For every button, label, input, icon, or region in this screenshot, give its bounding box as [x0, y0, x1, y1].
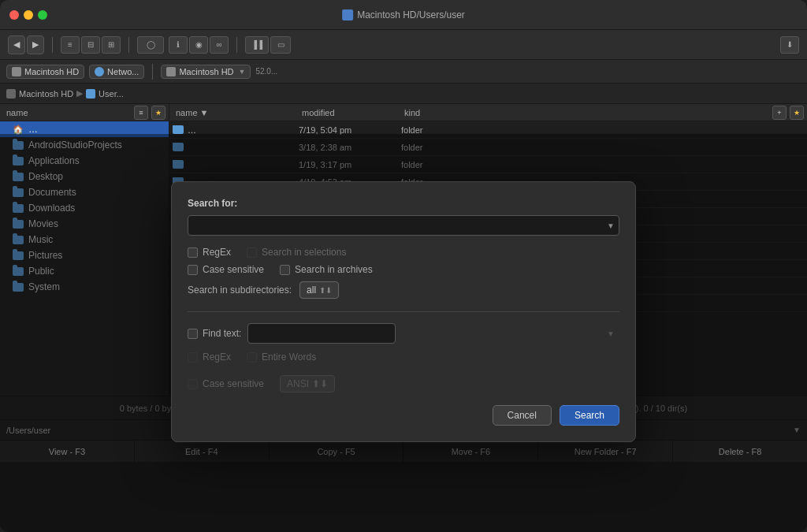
sidebar-column-name: name	[3, 108, 32, 117]
window-title: Macintosh HD/Users/user	[342, 9, 465, 20]
loc-separator	[152, 64, 153, 80]
toggle-button-1[interactable]: ◯	[137, 36, 164, 54]
entire-words-cb	[247, 352, 257, 363]
toggle-buttons: ◯	[137, 36, 164, 54]
toolbar-separator-3	[236, 37, 237, 53]
dialog-buttons: Cancel Search	[188, 405, 619, 426]
regex-cb[interactable]	[188, 247, 198, 258]
file-star-button[interactable]: ★	[790, 106, 804, 120]
panel-buttons: ▐▐ ▭	[245, 36, 291, 54]
main-content: name ≡ ★ 🏠 … AndroidStudioProjects Appli…	[0, 104, 807, 396]
breadcrumb-item-2[interactable]: User...	[86, 89, 124, 99]
breadcrumb-icon-2	[86, 89, 95, 99]
search-input[interactable]	[188, 215, 619, 236]
drive-selector-1[interactable]: Macintosh HD	[6, 65, 84, 79]
cancel-button[interactable]: Cancel	[493, 405, 552, 426]
network-icon	[95, 67, 104, 76]
traffic-lights	[9, 10, 47, 20]
case-sensitive2-checkbox: Case sensitive	[188, 375, 264, 392]
minimize-button[interactable]	[24, 10, 33, 20]
breadcrumb-item-1[interactable]: Macintosh HD	[6, 89, 73, 99]
find-text-row: Find text: ▼	[188, 323, 619, 344]
file-modified-cell: 7/19, 5:04 pm	[299, 125, 401, 135]
dialog-overlay: Search for: ▼ RegEx Search in selections	[0, 134, 807, 532]
breadcrumb-separator: ▶	[76, 88, 83, 99]
breadcrumb-icon-1	[6, 89, 16, 99]
sidebar-star[interactable]: ★	[151, 106, 165, 120]
drive-icon-1	[12, 67, 21, 76]
view-icons-button[interactable]: ⊞	[102, 36, 121, 54]
encoding-arrow-icon: ⬆⬇	[312, 378, 328, 389]
regex2-cb	[188, 352, 198, 363]
find-options-row: RegEx Entire Words	[188, 352, 619, 363]
file-list-header: name ▼ modified kind + ★	[169, 104, 807, 121]
search-button[interactable]: Search	[560, 405, 619, 426]
file-name-cell: …	[173, 125, 299, 135]
encoding-select: ANSI ⬆⬇	[280, 375, 335, 392]
file-kind-cell: folder	[401, 125, 464, 135]
entire-words-checkbox: Entire Words	[247, 352, 316, 363]
drive-icon-2	[166, 67, 176, 76]
col-header-name[interactable]: name ▼	[173, 108, 299, 117]
panel-button-2[interactable]: ▭	[270, 36, 291, 54]
find-text-checkbox[interactable]: Find text:	[188, 328, 241, 339]
add-column-button[interactable]: +	[772, 106, 787, 120]
options-row-1: RegEx Search in selections	[188, 247, 619, 258]
forward-button[interactable]: ▶	[27, 35, 44, 54]
view-buttons: ≡ ⊟ ⊞	[61, 36, 121, 54]
main-toolbar: ◀ ▶ ≡ ⊟ ⊞ ◯ ℹ ◉ ∞ ▐▐ ▭ ⬇	[0, 30, 807, 60]
view-button-2[interactable]: ◉	[189, 36, 208, 54]
network-selector[interactable]: Netwo...	[89, 65, 144, 79]
back-button[interactable]: ◀	[8, 35, 25, 54]
file-list-actions: + ★	[772, 106, 804, 120]
dialog-divider	[188, 311, 619, 312]
subdirs-label: Search in subdirectories:	[188, 285, 292, 296]
action-buttons: ℹ ◉ ∞	[169, 36, 229, 54]
search-in-selections-cb	[247, 247, 257, 258]
find-options-row-2: Case sensitive ANSI ⬆⬇	[188, 375, 619, 392]
location-bar: Macintosh HD Netwo... Macintosh HD ▼ 52.…	[0, 60, 807, 84]
case-sensitive2-cb	[188, 379, 198, 389]
close-button[interactable]	[9, 10, 19, 20]
find-text-cb[interactable]	[188, 329, 198, 339]
search-input-wrapper: ▼	[188, 215, 619, 236]
maximize-button[interactable]	[38, 10, 47, 20]
breadcrumb-bar: Macintosh HD ▶ User...	[0, 84, 807, 104]
folder-icon	[173, 125, 184, 134]
view-list-button[interactable]: ≡	[61, 36, 80, 54]
nav-buttons: ◀ ▶	[8, 35, 44, 54]
sidebar-header: name ≡ ★	[0, 104, 169, 121]
sidebar-header-actions: ≡ ★	[134, 106, 165, 120]
download-button[interactable]: ⬇	[780, 36, 799, 54]
case-sensitive-checkbox[interactable]: Case sensitive	[188, 264, 264, 275]
search-dropdown-icon[interactable]: ▼	[607, 221, 615, 230]
home-icon: 🏠	[13, 125, 24, 135]
sidebar-action-1[interactable]: ≡	[134, 106, 148, 120]
col-header-kind[interactable]: kind	[401, 108, 464, 117]
search-in-selections-checkbox[interactable]: Search in selections	[247, 247, 346, 258]
col-header-modified[interactable]: modified	[299, 108, 401, 117]
regex2-checkbox: RegEx	[188, 352, 231, 363]
view-columns-button[interactable]: ⊟	[81, 36, 100, 54]
app-icon	[342, 9, 353, 20]
breadcrumb-label-2: User...	[99, 89, 124, 99]
panel-button-1[interactable]: ▐▐	[245, 36, 269, 54]
find-input-wrapper: ▼	[247, 323, 619, 344]
search-for-label: Search for:	[188, 198, 619, 209]
case-sensitive-cb[interactable]	[188, 265, 198, 275]
search-in-archives-checkbox[interactable]: Search in archives	[280, 264, 373, 275]
link-button[interactable]: ∞	[210, 36, 229, 54]
subdirs-row: Search in subdirectories: all ⬆⬇	[188, 281, 619, 299]
drive-selector-2[interactable]: Macintosh HD ▼	[161, 65, 251, 79]
search-dialog: Search for: ▼ RegEx Search in selections	[171, 181, 636, 442]
find-dropdown-icon: ▼	[607, 329, 615, 338]
breadcrumb-label-1: Macintosh HD	[19, 89, 73, 99]
find-text-input[interactable]	[247, 323, 396, 344]
info-button[interactable]: ℹ	[169, 36, 188, 54]
subdirs-arrow-icon: ⬆⬇	[319, 286, 332, 295]
search-in-archives-cb[interactable]	[280, 265, 290, 275]
toolbar-separator-2	[128, 37, 129, 53]
regex-checkbox[interactable]: RegEx	[188, 247, 231, 258]
subdirs-select[interactable]: all ⬆⬇	[299, 281, 339, 299]
toolbar-separator-1	[52, 37, 53, 53]
